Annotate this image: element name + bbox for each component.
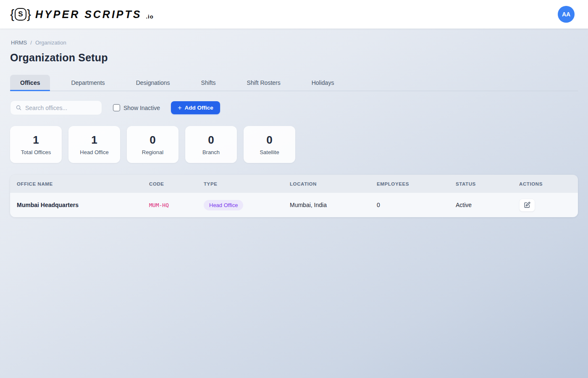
column-header-office-name: OFFICE NAME bbox=[10, 181, 142, 186]
breadcrumb-separator: / bbox=[30, 39, 32, 46]
breadcrumb-root-link[interactable]: HRMS bbox=[11, 39, 27, 46]
stat-card-regional: 0 Regional bbox=[127, 126, 178, 163]
stat-label: Branch bbox=[202, 149, 220, 155]
office-name-cell: Mumbai Headquarters bbox=[10, 202, 142, 208]
column-header-status: STATUS bbox=[449, 181, 512, 186]
tab-designations[interactable]: Designations bbox=[126, 75, 180, 91]
stat-value: 0 bbox=[150, 134, 155, 147]
column-header-code: CODE bbox=[142, 181, 197, 186]
logo-wordmark: HYPER SCRIPTS bbox=[35, 8, 142, 21]
stat-label: Satellite bbox=[260, 149, 279, 155]
user-avatar[interactable]: AA bbox=[558, 6, 575, 23]
app-logo[interactable]: { S } HYPER SCRIPTS .io bbox=[10, 8, 154, 21]
offices-table: OFFICE NAME CODE TYPE LOCATION EMPLOYEES… bbox=[10, 175, 578, 217]
stat-card-branch: 0 Branch bbox=[185, 126, 237, 163]
stat-card-head-office: 1 Head Office bbox=[68, 126, 120, 163]
show-inactive-checkbox[interactable] bbox=[113, 104, 120, 111]
tab-offices[interactable]: Offices bbox=[10, 75, 50, 91]
office-location-cell: Mumbai, India bbox=[283, 202, 370, 208]
add-office-label: Add Office bbox=[185, 105, 213, 111]
page-title: Organization Setup bbox=[10, 52, 578, 64]
top-bar: { S } HYPER SCRIPTS .io AA bbox=[0, 0, 588, 29]
tab-shift-rosters[interactable]: Shift Rosters bbox=[237, 75, 291, 91]
breadcrumb-current: Organization bbox=[35, 39, 66, 46]
search-input[interactable] bbox=[25, 105, 97, 111]
edit-icon bbox=[524, 202, 530, 208]
tab-departments[interactable]: Departments bbox=[61, 75, 115, 91]
offices-toolbar: Show Inactive + Add Office bbox=[10, 100, 578, 115]
column-header-location: LOCATION bbox=[283, 181, 370, 186]
office-stats: 1 Total Offices 1 Head Office 0 Regional… bbox=[10, 126, 578, 163]
office-code-cell: MUM-HQ bbox=[142, 202, 197, 208]
stat-card-total-offices: 1 Total Offices bbox=[10, 126, 62, 163]
office-employees-cell: 0 bbox=[370, 202, 449, 208]
search-box bbox=[10, 100, 102, 115]
tab-bar: Offices Departments Designations Shifts … bbox=[10, 75, 578, 91]
breadcrumb: HRMS / Organization bbox=[11, 39, 578, 46]
main-content: HRMS / Organization Organization Setup O… bbox=[0, 29, 588, 227]
stat-label: Regional bbox=[142, 149, 163, 155]
logo-mark-icon: { S } bbox=[10, 8, 31, 21]
stat-value: 0 bbox=[266, 134, 272, 147]
show-inactive-toggle[interactable]: Show Inactive bbox=[113, 104, 160, 111]
stat-label: Head Office bbox=[80, 149, 108, 155]
table-header-row: OFFICE NAME CODE TYPE LOCATION EMPLOYEES… bbox=[10, 175, 578, 193]
office-type-cell: Head Office bbox=[197, 200, 283, 210]
logo-s-glyph: S bbox=[15, 8, 26, 21]
office-status-cell: Active bbox=[449, 202, 512, 208]
stat-value: 1 bbox=[91, 134, 97, 147]
office-type-badge: Head Office bbox=[204, 200, 243, 210]
plus-icon: + bbox=[178, 105, 181, 111]
tab-holidays[interactable]: Holidays bbox=[302, 75, 344, 91]
column-header-employees: EMPLOYEES bbox=[370, 181, 449, 186]
stat-value: 1 bbox=[33, 134, 39, 147]
column-header-actions: ACTIONS bbox=[512, 181, 578, 186]
logo-brace-right: } bbox=[27, 8, 31, 21]
edit-office-button[interactable] bbox=[519, 199, 535, 212]
logo-domain-suffix: .io bbox=[146, 13, 154, 20]
search-icon bbox=[16, 105, 22, 111]
add-office-button[interactable]: + Add Office bbox=[171, 101, 220, 114]
tab-shifts[interactable]: Shifts bbox=[191, 75, 226, 91]
stat-card-satellite: 0 Satellite bbox=[244, 126, 295, 163]
logo-brace-left: { bbox=[10, 8, 14, 21]
stat-label: Total Offices bbox=[21, 149, 51, 155]
show-inactive-label: Show Inactive bbox=[123, 105, 160, 111]
stat-value: 0 bbox=[208, 134, 214, 147]
table-row[interactable]: Mumbai Headquarters MUM-HQ Head Office M… bbox=[10, 193, 578, 217]
column-header-type: TYPE bbox=[197, 181, 283, 186]
office-actions-cell bbox=[512, 199, 578, 212]
